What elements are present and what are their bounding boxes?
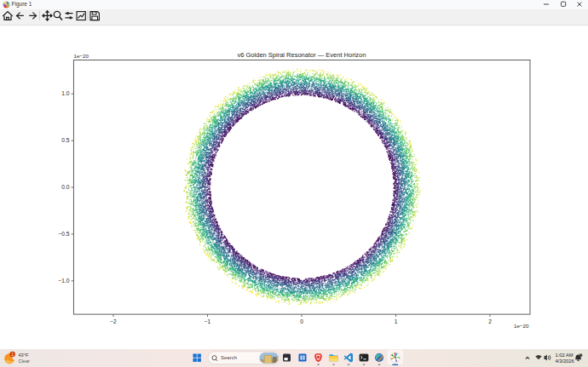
svg-text:−1.0: −1.0	[58, 278, 69, 284]
svg-text:1: 1	[395, 318, 398, 324]
svg-text:−0.5: −0.5	[58, 231, 69, 237]
svg-text:−2: −2	[110, 318, 117, 324]
svg-text:0: 0	[300, 318, 303, 324]
svg-text:1.0: 1.0	[61, 90, 69, 96]
svg-text:2: 2	[488, 318, 492, 324]
svg-text:0.0: 0.0	[61, 184, 69, 190]
svg-text:43°F: 43°F	[19, 353, 29, 358]
svg-text:1e−20: 1e−20	[514, 323, 529, 329]
svg-text:1: 1	[11, 353, 14, 357]
svg-text:Clear: Clear	[19, 358, 31, 364]
svg-text:−1: −1	[205, 318, 211, 324]
svg-text:4/3/2026: 4/3/2026	[555, 358, 574, 364]
svg-text:Search: Search	[221, 355, 237, 360]
svg-text:v6 Golden Spiral Resonator — E: v6 Golden Spiral Resonator — Event Horiz…	[238, 51, 366, 59]
svg-text:1e−20: 1e−20	[74, 53, 89, 59]
svg-text:0.5: 0.5	[61, 137, 69, 143]
svg-text:1:02 AM: 1:02 AM	[556, 353, 574, 358]
